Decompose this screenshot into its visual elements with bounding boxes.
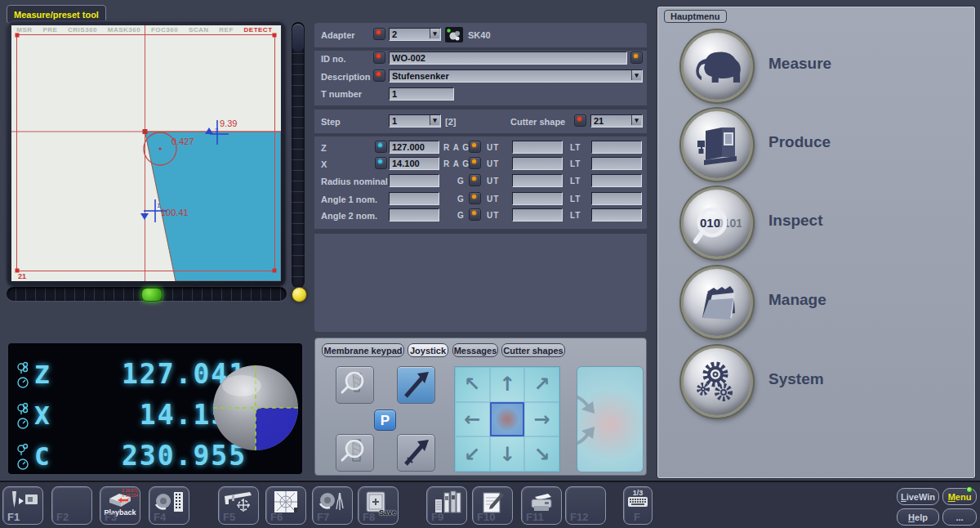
fkey-f8[interactable]: Save F8: [358, 486, 399, 525]
camera-live-view[interactable]: 0.427 2 9.39 1 100.41: [11, 25, 281, 281]
rotation-arrows-icon: [577, 367, 644, 473]
camera-vertical-slider[interactable]: [292, 22, 305, 289]
t-number-input[interactable]: [389, 87, 454, 101]
tab-cutter-shapes[interactable]: Cutter shapes: [501, 343, 565, 357]
row-x-ut-input[interactable]: [512, 157, 563, 170]
elephant-icon: [693, 45, 741, 87]
tab-joystick[interactable]: Joystick: [408, 343, 448, 357]
adapter-status-button[interactable]: [373, 28, 385, 40]
jog-up[interactable]: ↑: [490, 367, 525, 402]
row-angle1-lt-input[interactable]: [591, 192, 642, 205]
row-z-value-input[interactable]: [389, 141, 439, 154]
help-button[interactable]: Help: [897, 508, 939, 526]
svg-text:010: 010: [700, 216, 720, 230]
fkey-f11[interactable]: F11: [521, 486, 562, 525]
menu-item-manage[interactable]: Manage: [658, 266, 976, 345]
inspect-button[interactable]: 0101 010: [681, 187, 753, 259]
row-radius-tol-button[interactable]: [469, 174, 481, 186]
cutter-shape-status-button[interactable]: [574, 114, 586, 127]
fkey-f2[interactable]: F2: [51, 486, 92, 525]
ut-label: UT: [487, 177, 499, 186]
jog-left[interactable]: ←: [455, 402, 490, 437]
row-radius-lt-input[interactable]: [591, 174, 642, 187]
manage-button[interactable]: [681, 266, 753, 338]
mode-cris360[interactable]: CRIS360: [68, 26, 97, 34]
system-button[interactable]: [681, 346, 753, 418]
row-x-value-input[interactable]: [389, 157, 439, 170]
horizontal-slider-knob[interactable]: [141, 288, 163, 302]
jog-down[interactable]: ↓: [490, 436, 525, 472]
jog-right[interactable]: →: [524, 402, 559, 437]
measure-tip-button[interactable]: [336, 366, 374, 404]
menu-item-measure[interactable]: Measure: [658, 30, 976, 109]
fkey-f10[interactable]: F10: [472, 486, 513, 525]
fkey-f6[interactable]: F6: [265, 486, 306, 525]
menu-button[interactable]: Menu: [942, 488, 977, 505]
radius-value-label: 0.427: [172, 136, 194, 146]
jog-down-left[interactable]: ↙: [455, 436, 490, 472]
row-x-lt-input[interactable]: [591, 157, 642, 170]
measure-thread-button[interactable]: [336, 434, 374, 472]
step-select[interactable]: 1: [389, 114, 441, 128]
measure-button[interactable]: [681, 30, 753, 102]
mode-mask360[interactable]: MASK360: [108, 26, 140, 34]
menu-item-inspect[interactable]: 0101 010 Inspect: [658, 187, 976, 266]
vertical-slider-handle[interactable]: [292, 24, 304, 51]
tab-messages[interactable]: Messages: [452, 343, 498, 357]
id-extra-button[interactable]: [630, 51, 643, 64]
spindle-rotation-pad[interactable]: [577, 366, 644, 472]
livewin-button[interactable]: LiveWin: [897, 488, 939, 505]
jog-slow-button[interactable]: [397, 434, 435, 472]
mode-ref[interactable]: REF: [219, 26, 234, 34]
tab-membrane-keypad[interactable]: Membrane keypad: [322, 343, 404, 357]
row-z-tol-button[interactable]: [469, 141, 481, 153]
fkey-f5[interactable]: F5: [218, 486, 259, 525]
fkey-f1[interactable]: F1: [2, 486, 43, 525]
mode-pre[interactable]: PRE: [42, 26, 57, 34]
camera-horizontal-slider[interactable]: [7, 287, 287, 301]
menu-item-system[interactable]: System: [658, 346, 976, 424]
more-button[interactable]: ...: [942, 508, 977, 526]
row-x-tol-button[interactable]: [469, 157, 481, 169]
fkey-f3[interactable]: Z 26.871 X 18.234 Playback F3: [100, 486, 140, 525]
menu-item-produce[interactable]: Produce: [658, 109, 976, 187]
row-angle2-lt-input[interactable]: [591, 208, 642, 221]
row-angle1-tol-button[interactable]: [469, 192, 481, 204]
fkey-f12[interactable]: F12: [565, 486, 606, 525]
description-select[interactable]: Stufensenker: [389, 69, 643, 83]
mode-scan[interactable]: SCAN: [189, 26, 209, 34]
row-z-lt-input[interactable]: [591, 141, 642, 154]
id-input[interactable]: [389, 51, 627, 65]
row-radius-value-input[interactable]: [389, 174, 439, 187]
mode-detect[interactable]: DETECT: [244, 26, 273, 34]
cutter-shape-select[interactable]: 21: [590, 114, 643, 128]
mode-foc360[interactable]: FOC360: [151, 26, 178, 34]
id-status-button[interactable]: [373, 51, 385, 64]
jog-up-left[interactable]: ↖: [455, 367, 490, 402]
row-angle2-value-input[interactable]: [389, 208, 439, 221]
jog-center[interactable]: [490, 402, 525, 437]
fkey-f7[interactable]: F7: [312, 486, 353, 525]
jog-fast-button[interactable]: [397, 366, 435, 404]
row-angle1-value-input[interactable]: [389, 192, 439, 205]
row-radius-ut-input[interactable]: [512, 174, 563, 187]
mode-msr[interactable]: MSR: [16, 26, 32, 34]
description-status-button[interactable]: [373, 69, 385, 82]
camera-mode-labels: MSR PRE CRIS360 MASK360 FOC360 SCAN REF …: [11, 26, 278, 34]
jog-up-right[interactable]: ↗: [524, 367, 559, 402]
fkey-f-page[interactable]: 1/3 F: [623, 486, 653, 525]
ut-label: UT: [487, 211, 499, 220]
position-p-button[interactable]: P: [374, 409, 396, 431]
row-x-mode-button[interactable]: [375, 157, 387, 169]
row-angle2-tol-button[interactable]: [469, 208, 481, 221]
row-z-mode-button[interactable]: [375, 141, 387, 153]
fkey-f4[interactable]: F4: [149, 486, 189, 525]
produce-button[interactable]: [681, 109, 753, 181]
row-z-ut-input[interactable]: [512, 141, 563, 154]
adapter-select[interactable]: 2: [389, 28, 441, 41]
fkey-f9[interactable]: F9: [426, 486, 467, 525]
row-angle2-ut-input[interactable]: [512, 208, 563, 221]
jog-down-right[interactable]: ↘: [524, 436, 559, 472]
illumination-button[interactable]: [292, 287, 307, 302]
row-angle1-ut-input[interactable]: [512, 192, 563, 205]
